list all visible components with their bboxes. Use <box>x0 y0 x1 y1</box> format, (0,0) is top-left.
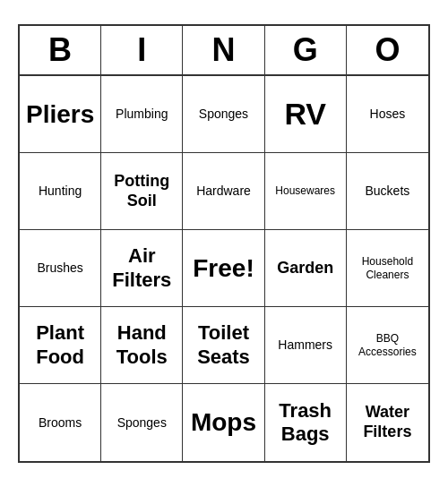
header-b: B <box>20 26 101 74</box>
cell-text-3: RV <box>284 96 326 132</box>
cell-text-8: Housewares <box>275 184 335 197</box>
cell-text-10: Brushes <box>37 261 82 276</box>
cell-text-19: BBQ Accessories <box>350 332 425 358</box>
cell-text-20: Brooms <box>39 415 82 431</box>
header-i: I <box>101 26 183 74</box>
cell-text-24: Water Filters <box>350 403 425 441</box>
cell-text-15: Plant Food <box>23 321 97 369</box>
cell-text-14: Household Cleaners <box>350 255 425 281</box>
bingo-cell-15: Plant Food <box>20 307 101 384</box>
bingo-cell-13: Garden <box>265 230 347 307</box>
bingo-cell-9: Buckets <box>347 153 428 230</box>
bingo-cell-21: Sponges <box>101 384 183 461</box>
bingo-cell-17: Toilet Seats <box>183 307 264 384</box>
header-o: O <box>347 26 428 74</box>
bingo-grid: PliersPlumbingSpongesRVHosesHuntingPotti… <box>20 76 428 461</box>
bingo-cell-6: Potting Soil <box>101 153 183 230</box>
cell-text-2: Sponges <box>199 107 248 122</box>
cell-text-5: Hunting <box>39 184 82 199</box>
cell-text-23: Trash Bags <box>269 399 342 447</box>
bingo-cell-7: Hardware <box>183 153 264 230</box>
cell-text-7: Hardware <box>196 184 251 199</box>
bingo-cell-2: Sponges <box>183 76 264 153</box>
bingo-cell-12: Free! <box>183 230 264 307</box>
cell-text-16: Hand Tools <box>105 321 178 369</box>
cell-text-18: Hammers <box>278 337 332 353</box>
header-g: G <box>265 26 347 74</box>
bingo-cell-11: Air Filters <box>101 230 183 307</box>
bingo-cell-8: Housewares <box>265 153 347 230</box>
cell-text-21: Sponges <box>117 415 167 431</box>
bingo-cell-1: Plumbing <box>101 76 183 153</box>
bingo-header: B I N G O <box>20 26 428 76</box>
header-n: N <box>183 26 264 74</box>
bingo-cell-16: Hand Tools <box>101 307 183 384</box>
bingo-cell-20: Brooms <box>20 384 101 461</box>
cell-text-12: Free! <box>193 253 254 284</box>
bingo-cell-19: BBQ Accessories <box>347 307 428 384</box>
cell-text-1: Plumbing <box>116 107 168 122</box>
cell-text-6: Potting Soil <box>105 172 178 210</box>
bingo-cell-0: Pliers <box>20 76 101 153</box>
bingo-card: B I N G O PliersPlumbingSpongesRVHosesHu… <box>18 24 430 463</box>
cell-text-13: Garden <box>277 259 333 278</box>
cell-text-9: Buckets <box>365 184 409 199</box>
cell-text-4: Hoses <box>370 107 406 122</box>
bingo-cell-4: Hoses <box>347 76 428 153</box>
bingo-cell-10: Brushes <box>20 230 101 307</box>
bingo-cell-22: Mops <box>183 384 264 461</box>
bingo-cell-14: Household Cleaners <box>347 230 428 307</box>
bingo-cell-23: Trash Bags <box>265 384 347 461</box>
bingo-cell-18: Hammers <box>265 307 347 384</box>
cell-text-11: Air Filters <box>105 244 178 292</box>
cell-text-22: Mops <box>191 407 256 438</box>
cell-text-17: Toilet Seats <box>186 321 260 369</box>
bingo-cell-24: Water Filters <box>347 384 428 461</box>
cell-text-0: Pliers <box>26 99 94 130</box>
bingo-cell-5: Hunting <box>20 153 101 230</box>
bingo-cell-3: RV <box>265 76 347 153</box>
